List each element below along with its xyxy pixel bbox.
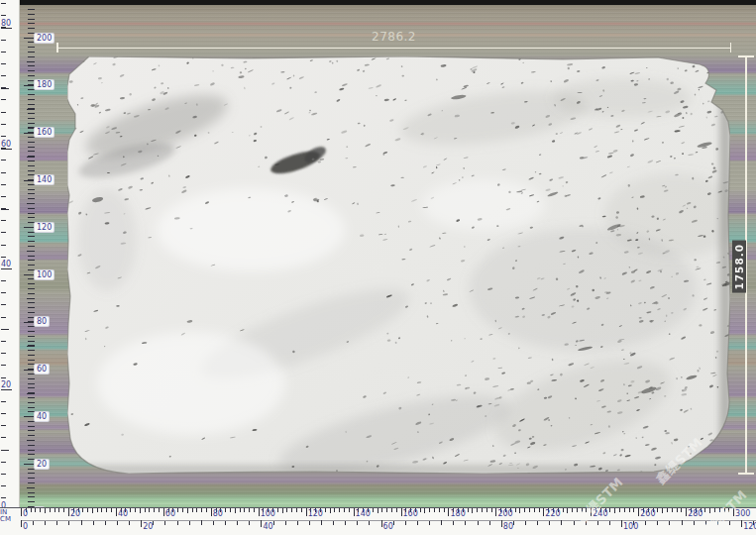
ruler-label: 20: [34, 459, 50, 470]
ruler-tick: [27, 203, 35, 204]
ruler-tick: [1, 149, 12, 150]
ruler-tick: [282, 508, 283, 513]
ruler-label: 40: [1, 260, 11, 268]
ruler-tick: [27, 157, 35, 158]
ruler-left-inches: 806040200: [0, 0, 20, 535]
ruler-tick: [21, 508, 22, 516]
ruler-label: 60: [34, 364, 50, 374]
ruler-tick: [424, 508, 425, 513]
ruler-tick: [27, 298, 35, 299]
ruler-tick: [261, 520, 262, 527]
top-bar: [18, 0, 756, 5]
ruler-tick: [501, 520, 502, 527]
ruler-tick: [741, 520, 742, 527]
ruler-tick: [495, 508, 496, 516]
ruler-tick: [519, 508, 520, 513]
ruler-tick: [27, 109, 35, 110]
ruler-tick: [354, 508, 355, 516]
ruler-tick: [1, 389, 12, 390]
ruler-bottom: 0204060801001201401601802002202402602803…: [0, 507, 756, 535]
ruler-tick: [116, 508, 117, 516]
ruler-label: 20: [143, 522, 153, 531]
ruler-tick: [638, 508, 639, 516]
ruler-label: 80: [34, 316, 50, 327]
ruler-label: 180: [450, 509, 465, 518]
width-dimension-cap-right: [730, 43, 732, 53]
ruler-tick: [662, 508, 663, 513]
ruler-tick: [321, 520, 322, 524]
ruler-tick: [401, 508, 402, 516]
ruler-tick: [441, 520, 442, 524]
ruler-tick: [259, 508, 260, 516]
ruler-label: 40: [34, 411, 50, 422]
ruler-label: 200: [497, 509, 512, 518]
ruler-label: 260: [640, 509, 655, 518]
ruler-tick: [621, 520, 622, 527]
ruler-minor-ticks: [21, 508, 736, 512]
ruler-tick: [21, 520, 22, 527]
ruler-label: 0: [23, 522, 28, 531]
ruler-tick: [27, 61, 35, 62]
ruler-label: 100: [261, 509, 275, 518]
ruler-label: 20: [1, 380, 11, 389]
ruler-tick: [92, 508, 93, 513]
ruler-tick: [306, 508, 307, 516]
ruler-tick: [543, 508, 544, 516]
ruler-tick: [187, 508, 188, 513]
ruler-tick: [27, 487, 35, 488]
ruler-tick: [614, 508, 615, 513]
ruler-tick: [686, 508, 687, 516]
ruler-tick: [448, 508, 449, 516]
ruler-label: 40: [118, 509, 128, 518]
ruler-tick: [27, 440, 35, 441]
ruler-tick: [1, 88, 9, 89]
ruler-label: 0: [23, 509, 28, 518]
ruler-label: 40: [263, 522, 272, 531]
ruler-label: 200: [34, 33, 54, 44]
ruler-tick: [682, 520, 683, 524]
ruler-tick: [235, 508, 236, 513]
width-dimension-line: [56, 48, 731, 49]
ruler-tick: [567, 508, 568, 513]
ruler-label: 100: [623, 522, 638, 531]
ruler-tick: [1, 268, 12, 269]
ruler-unit-labels: INCM: [0, 509, 20, 523]
ruler-tick: [330, 508, 331, 513]
ruler-tick: [1, 209, 9, 210]
ruler-label: 140: [356, 509, 371, 518]
ruler-tick: [201, 520, 202, 524]
ruler-minor-ticks: [1, 3, 6, 510]
ruler-label: 180: [34, 79, 54, 90]
ruler-tick: [163, 508, 164, 516]
unit-cm-label: CM: [0, 516, 11, 523]
ruler-tick: [1, 329, 9, 330]
width-dimension-label: 2786.2: [56, 30, 731, 44]
ruler-tick: [141, 520, 142, 527]
ruler-label: 280: [688, 509, 702, 518]
ruler-tick: [211, 508, 212, 516]
ruler-tick: [472, 508, 473, 513]
ruler-tick: [45, 508, 46, 513]
ruler-tick: [140, 508, 141, 513]
ruler-tick: [27, 251, 35, 252]
ruler-tick: [378, 508, 378, 513]
ruler-label: 140: [34, 174, 54, 185]
ruler-tick: [27, 346, 35, 347]
ruler-label: 220: [545, 509, 560, 518]
ruler-left-cm: 200180160140120100806040200: [20, 0, 59, 535]
ruler-label: 60: [383, 522, 393, 531]
ruler-label: 100: [34, 269, 54, 280]
ruler-tick: [1, 450, 9, 451]
ruler-tick: [68, 508, 69, 516]
height-dimension-label: 1758.0: [732, 241, 746, 293]
ruler-tick: [561, 520, 562, 524]
ruler-tick: [81, 520, 82, 524]
ruler-label: 80: [1, 19, 11, 28]
ruler-label: 60: [165, 509, 175, 518]
ruler-tick: [381, 520, 382, 527]
height-dimension-cap-top: [738, 55, 754, 57]
ruler-label: 160: [34, 127, 54, 138]
ruler-label: 80: [503, 522, 513, 531]
slab-image[interactable]: [67, 56, 730, 474]
ruler-label: 160: [403, 509, 418, 518]
